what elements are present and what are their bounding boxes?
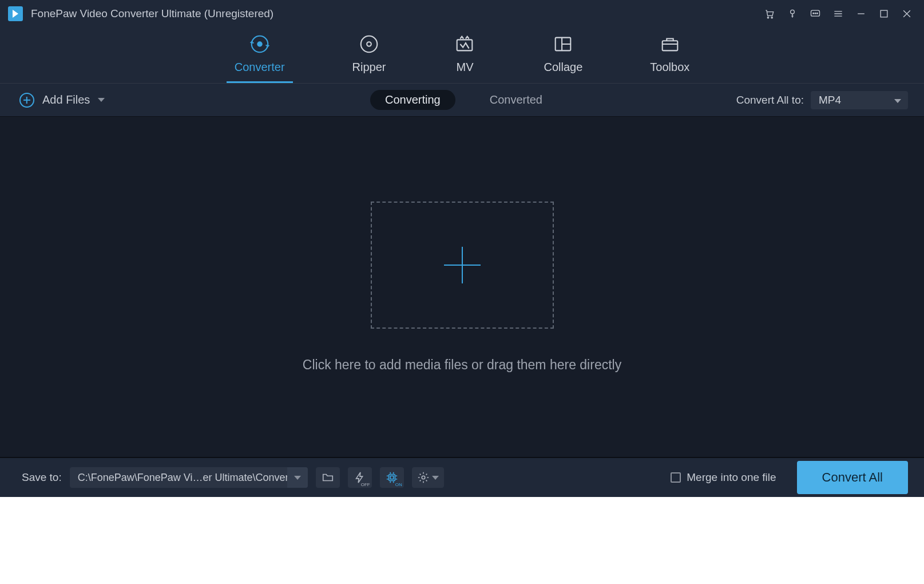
- maximize-icon: [878, 8, 890, 19]
- tab-label: Collage: [544, 61, 582, 74]
- mv-icon: [453, 33, 476, 55]
- plus-icon: [444, 247, 481, 283]
- convert-all-to: Convert All to: MP4: [736, 91, 908, 109]
- checkbox-icon: [671, 472, 681, 483]
- tab-toolbox[interactable]: Toolbox: [642, 31, 697, 83]
- open-output-folder-button[interactable]: [316, 467, 340, 488]
- save-to-label: Save to:: [22, 471, 62, 484]
- save-path-dropdown[interactable]: [287, 467, 308, 488]
- plus-circle-icon: [19, 93, 34, 108]
- drop-hint-text: Click here to add media files or drag th…: [303, 357, 621, 373]
- speech-bubble-icon: [810, 8, 821, 19]
- toolbox-icon: [659, 33, 681, 55]
- svg-point-9: [257, 41, 263, 47]
- tab-mv[interactable]: MV: [445, 31, 484, 83]
- svg-rect-7: [881, 10, 887, 17]
- off-badge: OFF: [361, 482, 370, 487]
- register-key-button[interactable]: [781, 2, 804, 25]
- svg-point-17: [422, 476, 425, 479]
- hamburger-icon: [832, 8, 844, 19]
- svg-point-0: [767, 17, 768, 18]
- output-format-value: MP4: [819, 94, 841, 106]
- svg-rect-14: [662, 41, 677, 50]
- sub-toolbar: Add Files Converting Converted Convert A…: [0, 84, 924, 117]
- feedback-button[interactable]: [804, 2, 827, 25]
- minimize-icon: [855, 8, 867, 19]
- on-badge: ON: [395, 482, 402, 487]
- maximize-button[interactable]: [873, 2, 895, 25]
- tab-ripper[interactable]: Ripper: [344, 31, 394, 83]
- merge-label: Merge into one file: [687, 471, 776, 484]
- add-files-button[interactable]: Add Files: [19, 93, 370, 108]
- tab-label: Converter: [235, 61, 285, 74]
- collage-icon: [552, 33, 574, 55]
- chevron-down-icon: [294, 476, 301, 480]
- convert-all-button[interactable]: Convert All: [797, 461, 908, 494]
- page-background: [0, 497, 924, 584]
- settings-dropdown-button[interactable]: [412, 467, 444, 488]
- output-format-select[interactable]: MP4: [811, 91, 908, 109]
- tab-label: MV: [456, 61, 473, 74]
- hardware-accel-off-button[interactable]: OFF: [348, 467, 372, 488]
- gear-icon: [417, 471, 430, 484]
- svg-rect-16: [390, 476, 394, 479]
- minimize-button[interactable]: [850, 2, 873, 25]
- svg-point-5: [815, 13, 816, 14]
- tab-collage[interactable]: Collage: [536, 31, 590, 83]
- chevron-down-icon: [432, 476, 439, 480]
- svg-point-10: [361, 36, 378, 53]
- titlebar: FonePaw Video Converter Ultimate (Unregi…: [0, 0, 924, 27]
- svg-point-11: [367, 42, 371, 46]
- svg-point-1: [771, 17, 772, 18]
- menu-button[interactable]: [827, 2, 850, 25]
- save-path-box: C:\FonePaw\FonePaw Vi…er Ultimate\Conver…: [70, 467, 308, 488]
- app-title: FonePaw Video Converter Ultimate (Unregi…: [31, 7, 273, 20]
- cart-button[interactable]: [758, 2, 781, 25]
- converter-icon: [248, 33, 271, 55]
- folder-icon: [322, 471, 334, 484]
- svg-point-4: [813, 13, 814, 14]
- close-button[interactable]: [895, 2, 918, 25]
- tab-label: Toolbox: [650, 61, 689, 74]
- ripper-icon: [358, 33, 380, 55]
- merge-into-one-file-checkbox[interactable]: Merge into one file: [671, 471, 776, 484]
- chevron-down-icon: [98, 98, 105, 102]
- status-segment: Converting Converted: [370, 90, 557, 110]
- drop-area[interactable]: Click here to add media files or drag th…: [0, 117, 924, 457]
- close-icon: [901, 8, 913, 19]
- bottom-bar: Save to: C:\FonePaw\FonePaw Vi…er Ultima…: [0, 457, 924, 497]
- segment-converted[interactable]: Converted: [475, 90, 557, 110]
- tab-converter[interactable]: Converter: [227, 31, 293, 83]
- drop-rectangle[interactable]: [371, 202, 554, 329]
- svg-point-2: [791, 10, 795, 14]
- cart-icon: [764, 8, 775, 19]
- app-logo-icon: [8, 6, 23, 21]
- svg-rect-15: [388, 475, 395, 481]
- chevron-down-icon: [894, 98, 901, 102]
- main-nav: Converter Ripper MV Collage Toolbox: [0, 27, 924, 84]
- svg-point-6: [817, 13, 818, 14]
- gpu-accel-on-button[interactable]: ON: [380, 467, 404, 488]
- convert-all-to-label: Convert All to:: [736, 94, 804, 106]
- add-files-label: Add Files: [42, 93, 90, 106]
- save-path-value: C:\FonePaw\FonePaw Vi…er Ultimate\Conver…: [70, 472, 287, 484]
- segment-converting[interactable]: Converting: [370, 90, 455, 110]
- key-icon: [787, 8, 798, 19]
- tab-label: Ripper: [352, 61, 386, 74]
